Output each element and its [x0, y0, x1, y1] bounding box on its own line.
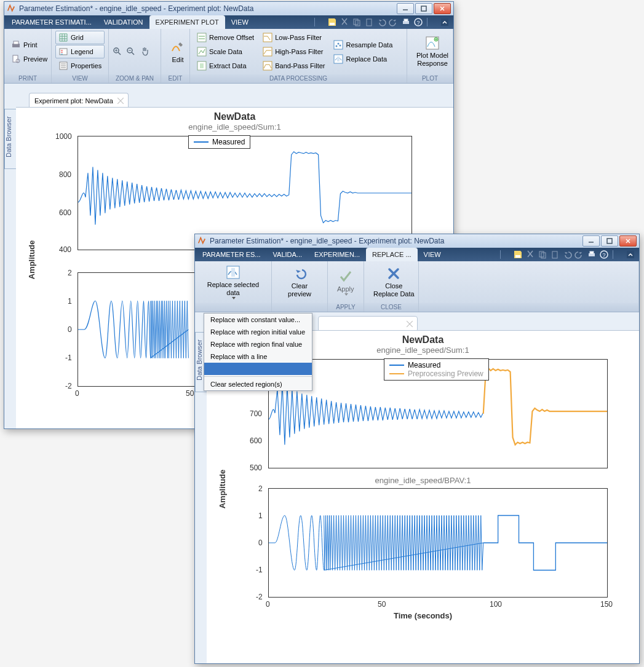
minimize-button[interactable] [397, 3, 414, 14]
band-pass-filter-button[interactable]: Band-Pass Filter [260, 59, 328, 73]
tab-parameter-estimation[interactable]: PARAMETER ESTIMATI... [6, 15, 98, 29]
replace-data-icon [333, 54, 343, 64]
undo-icon[interactable] [562, 250, 572, 259]
plot1-svg [78, 136, 411, 250]
collapse-ribbon-icon[interactable] [440, 17, 450, 27]
menu-item-region-initial[interactable]: Replace with region initial value [204, 326, 312, 338]
undo-icon[interactable] [376, 17, 386, 27]
plot-model-response-button[interactable]: Plot Model Response [411, 34, 454, 69]
menu-item-constant-value[interactable]: Replace with constant value... [204, 314, 312, 326]
tab-parameter-estimation[interactable]: PARAMETER ES... [196, 248, 267, 261]
redo-icon[interactable] [574, 250, 584, 259]
clear-preview-button[interactable]: Clear preview [276, 264, 324, 300]
close-tab-icon[interactable] [406, 320, 413, 328]
zoom-out-icon[interactable] [126, 47, 136, 57]
menu-item-clear-regions[interactable]: Clear selected region(s) [204, 378, 312, 390]
high-pass-icon [263, 47, 272, 57]
properties-icon [58, 61, 68, 71]
remove-offset-button[interactable]: Remove Offset [194, 31, 257, 44]
svg-rect-39 [590, 251, 594, 254]
minimize-button[interactable] [582, 235, 600, 247]
svg-text:?: ? [602, 252, 605, 258]
quick-access-toolbar: ? [495, 248, 639, 261]
replace-data-button[interactable]: Replace Data [330, 52, 396, 66]
grid-toggle[interactable]: Grid [55, 31, 105, 44]
edit-button[interactable]: Edit [165, 38, 191, 66]
svg-rect-44 [231, 268, 235, 277]
tab-view[interactable]: VIEW [418, 248, 447, 261]
preview-button[interactable]: Preview [8, 52, 50, 66]
scale-data-button[interactable]: Scale Data [194, 45, 257, 58]
tab-experiment-plot[interactable]: EXPERIMENT PLOT [149, 15, 225, 29]
save-icon[interactable] [513, 250, 523, 259]
close-tab-icon[interactable] [117, 97, 124, 105]
extract-data-button[interactable]: Extract Data [194, 59, 257, 73]
menu-item-region-final[interactable]: Replace with region final value [204, 338, 312, 350]
properties-button[interactable]: Properties [55, 59, 105, 73]
low-pass-icon [263, 33, 272, 42]
titlebar[interactable]: Parameter Estimation* - engine_idle_spee… [4, 2, 453, 15]
resample-data-button[interactable]: Resample Data [330, 38, 396, 52]
window-title: Parameter Estimation* - engine_idle_spee… [19, 4, 397, 13]
cut-icon[interactable] [525, 250, 535, 259]
tab-view[interactable]: VIEW [225, 15, 255, 29]
plot1-legend[interactable]: Measured Preprocessing Preview [384, 358, 489, 381]
zoom-in-icon[interactable] [113, 47, 122, 57]
help-icon[interactable]: ? [599, 250, 609, 259]
collapse-ribbon-icon[interactable] [626, 250, 635, 259]
scale-data-icon [197, 47, 207, 57]
apply-button[interactable]: Apply [332, 267, 360, 298]
group-caption-zoom: ZOOM & PAN [109, 74, 161, 83]
group-caption-edit: EDIT [161, 74, 189, 83]
paste-icon[interactable] [550, 250, 560, 259]
svg-point-28 [340, 44, 341, 46]
low-pass-filter-button[interactable]: Low-Pass Filter [260, 31, 328, 44]
save-icon[interactable] [327, 17, 337, 27]
tab-validation[interactable]: VALIDATION [98, 15, 149, 29]
tab-replace[interactable]: REPLACE ... [366, 248, 418, 261]
close-replace-data-button[interactable]: Close Replace Data [368, 264, 420, 300]
tab-experiment-plot[interactable]: EXPERIMEN... [308, 248, 366, 261]
paste-icon[interactable] [364, 17, 374, 27]
plot1-legend[interactable]: Measured [188, 135, 250, 149]
maximize-button[interactable] [415, 3, 432, 14]
close-button[interactable] [619, 235, 637, 247]
print-button[interactable]: Print [8, 38, 50, 52]
svg-rect-21 [200, 63, 204, 68]
help-icon[interactable]: ? [413, 17, 423, 27]
maximize-button[interactable] [601, 235, 618, 247]
svg-rect-4 [367, 19, 372, 26]
cut-icon[interactable] [340, 17, 349, 27]
close-button[interactable] [434, 3, 451, 14]
high-pass-filter-button[interactable]: High-Pass Filter [260, 45, 328, 58]
replace-selected-data-button[interactable]: Replace selected data [199, 263, 268, 301]
data-browser-tab[interactable]: Data Browser [4, 109, 17, 169]
titlebar[interactable]: Parameter Estimation* - engine_idle_spee… [195, 234, 639, 248]
print-qa-icon[interactable] [401, 17, 411, 27]
quick-access-toolbar: ? [309, 15, 453, 29]
menu-separator [204, 376, 312, 377]
svg-rect-1 [330, 23, 335, 25]
menu-item-line[interactable]: Replace with a line [204, 350, 312, 363]
svg-rect-22 [263, 33, 272, 42]
svg-text:?: ? [416, 20, 419, 26]
redo-icon[interactable] [389, 17, 399, 27]
app-logo-icon [197, 237, 206, 245]
svg-rect-34 [515, 255, 520, 258]
legend-toggle[interactable]: Legend [55, 45, 105, 58]
x-axis-label: Time (seconds) [207, 611, 639, 620]
undo-large-icon [292, 266, 307, 281]
window-title: Parameter Estimation* - engine_idle_spee… [210, 237, 582, 245]
tab-validation[interactable]: VALIDA... [267, 248, 308, 261]
plot-panel-1[interactable]: Measured Preprocessing Preview 900 800 7… [268, 359, 608, 468]
print-qa-icon[interactable] [587, 250, 597, 259]
chart-subtitle-1: engine_idle_speed/Sum:1 [16, 122, 453, 132]
chart-title: NewData [16, 111, 453, 122]
plot-panel-2[interactable]: 2 1 0 -1 -2 0 50 100 150 [268, 488, 608, 598]
copy-icon[interactable] [538, 250, 547, 259]
copy-icon[interactable] [352, 17, 362, 27]
svg-rect-23 [263, 47, 272, 56]
svg-rect-30 [337, 57, 340, 61]
pan-icon[interactable] [140, 47, 149, 57]
preview-icon [11, 54, 21, 64]
